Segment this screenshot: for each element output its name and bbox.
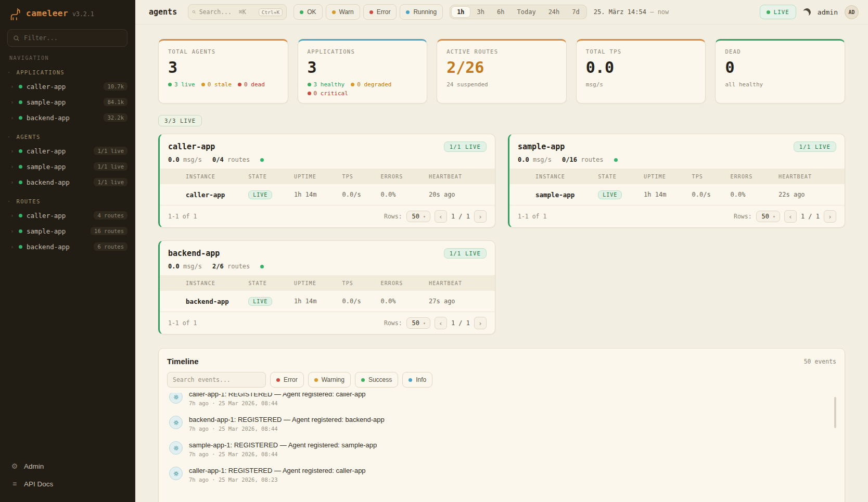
- section-header-applications[interactable]: · APPLICATIONS: [0, 66, 135, 79]
- col-tps: TPS: [342, 280, 381, 286]
- timeline-scrollbar[interactable]: [834, 397, 836, 428]
- stat-label: TOTAL AGENTS: [168, 48, 278, 55]
- rows-label: Rows:: [734, 213, 752, 220]
- app-card-title: caller-app: [168, 142, 215, 151]
- global-search-input[interactable]: [199, 8, 256, 16]
- filter-chip-ok[interactable]: OK: [293, 4, 322, 20]
- timeline-chip-warning[interactable]: Warning: [308, 372, 351, 388]
- item-label: sample-app: [27, 227, 86, 235]
- table-row[interactable]: caller-app LIVE 1h 14m 0.0/s 0.0% 20s ag…: [160, 184, 495, 205]
- event-row[interactable]: backend-app-1: REGISTERED — Agent regist…: [167, 411, 836, 436]
- stat-value: 3: [308, 58, 418, 76]
- section-header-routes[interactable]: · ROUTES: [0, 195, 135, 208]
- sidebar-item-agents-backend-app[interactable]: › backend-app 1/1 live: [0, 174, 135, 190]
- section-header-agents[interactable]: · AGENTS: [0, 131, 135, 143]
- stat-sub: 3 live 0 stale 0 dead: [168, 81, 278, 88]
- table-footer: 1-1 of 1 Rows: 50 ▾ ‹ 1 / 1 ›: [160, 312, 495, 334]
- next-page-button[interactable]: ›: [474, 210, 487, 223]
- table-row[interactable]: sample-app LIVE 1h 14m 0.0/s 0.0% 22s ag…: [509, 184, 845, 205]
- next-page-button[interactable]: ›: [474, 317, 487, 329]
- sidebar-item-agents-caller-app[interactable]: › caller-app 1/1 live: [0, 143, 135, 159]
- time-window-end: now: [658, 8, 669, 16]
- sub-text: 3 live: [174, 81, 195, 88]
- shortcut-badge: Ctrl+K: [259, 8, 283, 16]
- chevron-right-icon: ›: [10, 228, 15, 235]
- stat-label: DEAD: [725, 48, 835, 55]
- item-badge: 32.2k: [104, 113, 127, 122]
- health-dot-icon: [260, 265, 264, 268]
- range-1h[interactable]: 1h: [451, 6, 470, 18]
- tps-unit: msg/s: [183, 263, 202, 270]
- timeline-search[interactable]: [167, 372, 266, 388]
- table-header: INSTANCE STATE UPTIME TPS ERRORS HEARTBE…: [160, 275, 495, 291]
- filter-chip-error[interactable]: Error: [363, 4, 397, 20]
- avatar[interactable]: AD: [845, 5, 859, 19]
- warn-dot-icon: [332, 10, 336, 14]
- col-errors: ERRORS: [381, 280, 429, 286]
- username: admin: [818, 8, 838, 16]
- status-dot: [19, 229, 22, 233]
- timeline-chip-info[interactable]: Info: [402, 372, 432, 388]
- sub-text: 0 critical: [314, 90, 348, 97]
- prev-page-button[interactable]: ‹: [784, 210, 797, 223]
- table-header: INSTANCE STATE UPTIME TPS ERRORS HEARTBE…: [160, 169, 495, 184]
- sidebar-filter[interactable]: [7, 29, 127, 47]
- status-filter-chips: OK Warn Error Running: [293, 4, 443, 20]
- sidebar-item-routes-sample-app[interactable]: › sample-app 16 routes: [0, 223, 135, 239]
- timeline-chip-success[interactable]: Success: [355, 372, 398, 388]
- sidebar-item-api-docs[interactable]: ≡ API Docs: [0, 475, 135, 493]
- timeline-chip-error[interactable]: Error: [270, 372, 304, 388]
- event-row[interactable]: caller-app-1: REGISTERED — Agent registe…: [167, 393, 836, 411]
- stat-label: ACTIVE ROUTES: [446, 48, 557, 55]
- app-card-stats: 0.0 msg/s 2/6 routes: [160, 263, 495, 275]
- chip-label: Running: [413, 8, 437, 16]
- sidebar-item-routes-caller-app[interactable]: › caller-app 4 routes: [0, 208, 135, 223]
- row-range: 1-1 of 1: [518, 213, 546, 220]
- sidebar-item-routes-backend-app[interactable]: › backend-app 6 routes: [0, 239, 135, 254]
- sub-text: 0 stale: [208, 81, 232, 88]
- rows-per-page-select[interactable]: 50 ▾: [756, 211, 780, 222]
- sidebar-item-admin[interactable]: ⚙ Admin: [0, 457, 135, 475]
- sidebar-item-applications-caller-app[interactable]: › caller-app 10.7k: [0, 79, 135, 94]
- chevron-right-icon: ›: [10, 179, 15, 186]
- filter-chip-warn[interactable]: Warn: [326, 4, 360, 20]
- range-today[interactable]: Today: [512, 6, 542, 18]
- rows-per-page-select[interactable]: 50 ▾: [406, 211, 430, 222]
- sidebar-item-applications-sample-app[interactable]: › sample-app 84.1k: [0, 94, 135, 110]
- chip-label: Warn: [339, 8, 354, 16]
- prev-page-button[interactable]: ‹: [435, 210, 447, 223]
- range-24h[interactable]: 24h: [543, 6, 566, 18]
- cell-tps: 0.0/s: [692, 191, 731, 198]
- range-7d[interactable]: 7d: [566, 6, 585, 18]
- dark-mode-toggle-moon-icon[interactable]: [802, 7, 811, 17]
- table-row[interactable]: backend-app LIVE 1h 14m 0.0/s 0.0% 27s a…: [160, 291, 495, 312]
- col-tps: TPS: [692, 174, 731, 179]
- prev-page-button[interactable]: ‹: [435, 317, 447, 329]
- rows-per-page-select[interactable]: 50 ▾: [406, 317, 430, 329]
- chip-label: Error: [377, 8, 391, 16]
- timeline-events-viewport[interactable]: caller-app-1: REGISTERED — Agent registe…: [167, 393, 836, 484]
- sidebar: cameleer v3.2.1 NAVIGATION · APPLICATION…: [0, 0, 135, 502]
- event-row[interactable]: sample-app-1: REGISTERED — Agent registe…: [167, 436, 836, 462]
- stat-card-total-agents: TOTAL AGENTS 3 3 live 0 stale 0 dead: [158, 39, 288, 104]
- event-row[interactable]: caller-app-1: REGISTERED — Agent registe…: [167, 462, 836, 484]
- range-6h[interactable]: 6h: [491, 6, 510, 18]
- sidebar-item-applications-backend-app[interactable]: › backend-app 32.2k: [0, 110, 135, 125]
- global-search[interactable]: Ctrl+K: [188, 4, 287, 20]
- chevron-down-icon: ▾: [423, 321, 426, 326]
- item-label: caller-app: [27, 147, 90, 155]
- next-page-button[interactable]: ›: [824, 210, 836, 223]
- col-errors: ERRORS: [731, 174, 778, 179]
- state-badge: LIVE: [248, 297, 272, 306]
- col-uptime: UPTIME: [644, 174, 692, 179]
- sidebar-filter-input[interactable]: [24, 34, 122, 42]
- range-3h[interactable]: 3h: [471, 6, 490, 18]
- live-status-badge[interactable]: LIVE: [760, 5, 796, 19]
- cell-errors: 0.0%: [731, 191, 778, 198]
- filter-chip-running[interactable]: Running: [400, 4, 443, 20]
- cell-uptime: 1h 14m: [644, 191, 692, 198]
- stale-dot-icon: [201, 83, 205, 86]
- sidebar-item-agents-sample-app[interactable]: › sample-app 1/1 live: [0, 159, 135, 174]
- timeline-search-input[interactable]: [173, 376, 260, 383]
- chevron-right-icon: ›: [10, 114, 15, 121]
